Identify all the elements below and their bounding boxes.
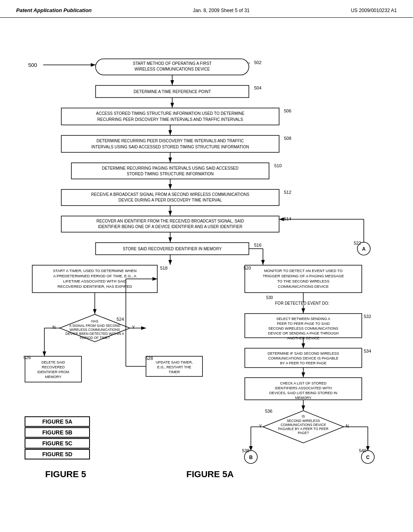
svg-text:DELETE SAID: DELETE SAID [42,360,65,364]
svg-text:DETERMINE RECURRING PAGING INT: DETERMINE RECURRING PAGING INTERVALS USI… [102,166,238,170]
ref-534: 534 [364,349,371,353]
svg-text:DETERMINE RECURRING PEER DISCO: DETERMINE RECURRING PEER DISCOVERY TIME … [96,139,244,143]
svg-text:C: C [366,455,370,460]
ref-506: 506 [284,108,291,113]
svg-text:CHECK A LIST OF STORED: CHECK A LIST OF STORED [280,381,327,385]
svg-text:RECOVER AN IDENTIFIER FROM THE: RECOVER AN IDENTIFIER FROM THE RECEIVED … [96,219,244,223]
ref-524: 524 [117,317,124,322]
svg-text:RECURRING PEER DISCOVERY TIME : RECURRING PEER DISCOVERY TIME INTERVALS … [97,117,243,122]
svg-text:COMMUNICATIONS DEVICE: COMMUNICATIONS DEVICE [281,423,326,427]
svg-text:SECOND WIRELESS COMMUNICATIONS: SECOND WIRELESS COMMUNICATIONS [268,326,338,330]
figure-5a-label: FIGURE 5A [186,469,234,479]
svg-text:DEVICE BEEN DETECTED WITHIN A: DEVICE BEEN DETECTED WITHIN A [65,332,124,336]
svg-text:DEVICE DURING A PEER DISCOVERY: DEVICE DURING A PEER DISCOVERY TIME INTE… [119,198,222,202]
svg-text:DETERMINE A TIME REFERENCE POI: DETERMINE A TIME REFERENCE POINT [133,89,211,94]
svg-text:A SIGNAL FROM SAID SECOND: A SIGNAL FROM SAID SECOND [69,324,121,328]
svg-text:PAGE?: PAGE? [298,431,309,435]
label-N: N [52,325,56,330]
svg-text:RECOVERED IDENTIFIER, HAS EXPI: RECOVERED IDENTIFIER, HAS EXPIRED [58,284,132,289]
svg-text:SECOND WIRELESS: SECOND WIRELESS [287,419,320,423]
svg-text:TO THE SECOND WIRELESS: TO THE SECOND WIRELESS [277,279,330,283]
svg-text:INTERVALS USING SAID ACCESSED : INTERVALS USING SAID ACCESSED STORED TIM… [92,145,249,149]
svg-text:IDENTIFIER BEING ONE OF A DEVI: IDENTIFIER BEING ONE OF A DEVICE IDENTIF… [98,224,242,229]
svg-text:BY A PEER TO PEER PAGE: BY A PEER TO PEER PAGE [280,361,327,365]
svg-text:MEMORY: MEMORY [295,396,311,400]
svg-text:UPDATE SAID TIMER,: UPDATE SAID TIMER, [156,360,193,364]
svg-text:PEER TO PEER PAGE TO SAID: PEER TO PEER PAGE TO SAID [277,322,330,326]
ref-538: 538 [242,448,249,453]
svg-text:TRIGGER SENDING OF A PAGING ME: TRIGGER SENDING OF A PAGING MESSAGE [263,274,344,278]
ref-528: 528 [146,356,153,361]
label-Y-536: Y [259,424,262,428]
svg-text:START METHOD OF OPERATING A FI: START METHOD OF OPERATING A FIRST [133,61,211,66]
node-508 [61,135,279,152]
svg-text:DETERMINE IF SAID SECOND WIREL: DETERMINE IF SAID SECOND WIRELESS [267,351,339,355]
ref-514: 514 [284,216,291,221]
page-header: Patent Application Publication Jan. 8, 2… [0,0,413,18]
figure-5-label: FIGURE 5 [45,469,86,479]
svg-text:A: A [362,246,366,252]
svg-text:IDENTIFIERS ASSOCIATED WITH: IDENTIFIERS ASSOCIATED WITH [275,386,332,390]
svg-text:FIGURE 5B: FIGURE 5B [42,429,73,436]
ref-520: 520 [244,266,251,270]
ref-508: 508 [284,136,291,141]
svg-line-4 [249,62,250,64]
svg-text:COMMUNICATIONS DEVICE: COMMUNICATIONS DEVICE [278,284,329,289]
svg-text:SELECT BETWEEN SENDING A: SELECT BETWEEN SENDING A [276,317,330,321]
header-publication: Patent Application Publication [16,7,92,13]
ref-532: 532 [364,314,371,319]
header-date-sheet: Jan. 8, 2009 Sheet 5 of 31 [193,8,250,13]
svg-text:WIRELESS COMMUNICATIONS DEVICE: WIRELESS COMMUNICATIONS DEVICE [134,67,210,71]
svg-text:LIFETIME ASSOCIATED WITH SAID: LIFETIME ASSOCIATED WITH SAID [63,279,126,283]
svg-text:FIGURE 5D: FIGURE 5D [42,451,73,457]
svg-text:FIGURE 5A: FIGURE 5A [42,418,73,425]
svg-text:PERIOD OF TIME?: PERIOD OF TIME? [80,336,110,340]
ref-526: 526 [23,355,31,360]
ref-502: 502 [254,60,261,65]
ref-512: 512 [284,190,291,195]
header-patent-number: US 2009/0010232 A1 [351,8,397,13]
svg-text:STORE SAID RECOVERED IDENTIFIE: STORE SAID RECOVERED IDENTIFIER IN MEMOR… [123,247,222,251]
svg-text:IDENTIFIER FROM: IDENTIFIER FROM [38,370,69,374]
svg-text:E.G., RESTART THE: E.G., RESTART THE [157,365,191,369]
svg-text:MEMORY: MEMORY [45,375,61,379]
ref-540: 540 [359,448,366,453]
node-530: FOR DETECTED EVENT DO: [275,301,329,305]
ref-518: 518 [160,266,167,270]
svg-text:TIMER: TIMER [169,370,180,374]
svg-text:STORED TIMING STRUCTURE INFORM: STORED TIMING STRUCTURE INFORMATION [127,172,214,176]
svg-text:HAS: HAS [91,319,98,323]
ref-510: 510 [274,163,282,168]
label-N-536: N [346,424,349,428]
svg-text:DEVICES, SAID LIST BEING STORE: DEVICES, SAID LIST BEING STORED IN [269,391,338,395]
flowchart-svg: 500 START METHOD OF OPERATING A FIRST WI… [13,26,400,522]
label-Y: Y [132,325,135,330]
svg-text:ACCESS STORED TIMING STRUCTURE: ACCESS STORED TIMING STRUCTURE INFORMATI… [96,111,244,116]
ref-536: 536 [265,409,272,414]
svg-text:MONITOR TO DETECT AN EVENT USE: MONITOR TO DETECT AN EVENT USED TO [264,268,343,273]
svg-text:START A TIMER, USED TO DETERMI: START A TIMER, USED TO DETERMINE WHEN [53,268,137,273]
svg-text:522: 522 [354,241,361,245]
svg-text:FIGURE 5C: FIGURE 5C [42,440,73,447]
svg-text:RECEIVE A BROADCAST SIGNAL FRO: RECEIVE A BROADCAST SIGNAL FROM A SECOND… [91,192,249,197]
ref-504: 504 [254,85,261,90]
node-512 [61,189,279,206]
svg-text:PAGABLE BY A PEER TO PEER: PAGABLE BY A PEER TO PEER [278,427,329,431]
svg-text:B: B [249,455,253,460]
node-510 [71,163,269,179]
diagram-area: 500 START METHOD OF OPERATING A FIRST WI… [0,18,413,530]
svg-text:DEVICE OR SENDING A PAGE THROU: DEVICE OR SENDING A PAGE THROUGH [268,331,338,335]
node-506 [61,108,279,125]
svg-text:IS: IS [302,414,305,418]
svg-text:COMMUNICATIONS DEVICE IS PAGAB: COMMUNICATIONS DEVICE IS PAGABLE [268,356,338,360]
ref-530: 530 [266,295,273,300]
svg-text:RECOVERED: RECOVERED [42,365,65,369]
node-514 [61,216,279,232]
svg-text:WIRELESS COMMUNICATIONS: WIRELESS COMMUNICATIONS [70,328,120,332]
label-500: 500 [28,62,37,68]
svg-text:A PREDETERMINED PERIOD OF TIME: A PREDETERMINED PERIOD OF TIME, E.G., A [53,274,137,278]
ref-516: 516 [254,243,261,247]
